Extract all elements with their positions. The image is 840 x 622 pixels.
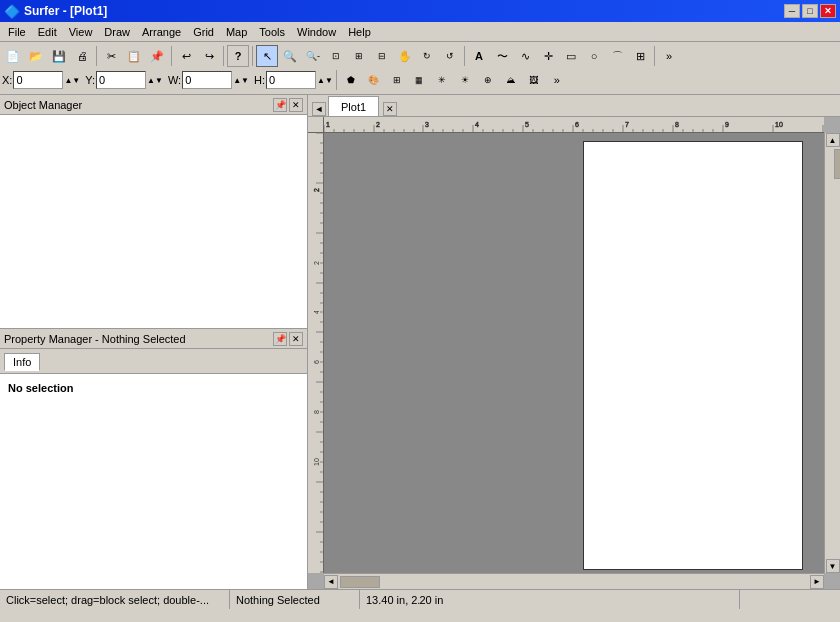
polyline-tool[interactable]: 〜: [491, 45, 513, 67]
crosshair-tool[interactable]: ✛: [537, 45, 559, 67]
property-manager-close[interactable]: ✕: [289, 332, 303, 346]
curve-tool[interactable]: ⌒: [606, 45, 628, 67]
object-manager-pin[interactable]: 📌: [273, 98, 287, 112]
svg-text:6: 6: [575, 121, 579, 128]
cross-icon[interactable]: ⊕: [477, 69, 499, 91]
property-manager-title-area: Property Manager - Nothing Selected: [4, 333, 186, 345]
h-spinner[interactable]: ▲▼: [317, 76, 333, 85]
h-label: H:: [254, 74, 265, 86]
menu-grid[interactable]: Grid: [187, 24, 220, 40]
object-manager-close[interactable]: ✕: [289, 98, 303, 112]
y-input[interactable]: [96, 71, 146, 89]
menu-view[interactable]: View: [63, 24, 99, 40]
svg-text:8: 8: [313, 410, 320, 414]
property-manager-header: Property Manager - Nothing Selected 📌 ✕: [0, 329, 307, 349]
zoom-in-button[interactable]: 🔍: [279, 45, 301, 67]
tab-close[interactable]: ✕: [383, 102, 397, 116]
zoom-rect-button[interactable]: ⊞: [348, 45, 370, 67]
extra-tool[interactable]: ⊞: [629, 45, 651, 67]
w-spinner[interactable]: ▲▼: [233, 76, 249, 85]
scrollbar-bottom: ◄ ►: [324, 573, 824, 589]
sep4: [252, 46, 253, 66]
print-button[interactable]: 🖨: [71, 45, 93, 67]
copy-button[interactable]: 📋: [123, 45, 145, 67]
status-coordinates-text: 13.40 in, 2.20 in: [366, 594, 443, 606]
maximize-button[interactable]: □: [802, 4, 818, 18]
property-manager-title: Property Manager - Nothing Selected: [4, 333, 186, 345]
property-manager-pin[interactable]: 📌: [273, 332, 287, 346]
text-tool[interactable]: A: [468, 45, 490, 67]
menu-map[interactable]: Map: [220, 24, 253, 40]
canvas-background: [324, 133, 824, 573]
toolbar-expand[interactable]: »: [658, 45, 680, 67]
sep7: [336, 70, 337, 90]
ruler-top-svg: 1 2 3 4: [324, 117, 824, 133]
info-tab[interactable]: Info: [4, 353, 40, 371]
status-hint-text: Click=select; drag=block select; double-…: [6, 594, 209, 606]
close-button[interactable]: ✕: [820, 4, 836, 18]
scroll-down-button[interactable]: ▼: [826, 559, 840, 573]
new-button[interactable]: 📄: [2, 45, 24, 67]
pan-button[interactable]: ✋: [394, 45, 416, 67]
svg-text:1: 1: [326, 121, 330, 128]
select-shape[interactable]: ⬟: [340, 69, 362, 91]
scroll-track-bottom[interactable]: [338, 575, 810, 589]
zoom-fit-button[interactable]: ⊡: [325, 45, 347, 67]
plot-area[interactable]: 1 2 3 4: [308, 117, 840, 589]
plot-tab[interactable]: Plot1: [328, 96, 379, 116]
save-button[interactable]: 💾: [48, 45, 70, 67]
menu-arrange[interactable]: Arrange: [136, 24, 187, 40]
svg-text:8: 8: [675, 121, 679, 128]
zoom-out-button[interactable]: 🔍-: [302, 45, 324, 67]
mountain-icon[interactable]: ⛰: [500, 69, 522, 91]
scroll-up-button[interactable]: ▲: [826, 133, 840, 147]
grid-snap[interactable]: ⊞: [386, 69, 408, 91]
open-button[interactable]: 📂: [25, 45, 47, 67]
menu-draw[interactable]: Draw: [98, 24, 136, 40]
menu-file[interactable]: File: [2, 24, 32, 40]
paste-button[interactable]: 📌: [146, 45, 168, 67]
svg-text:5: 5: [525, 121, 529, 128]
scroll-thumb-right[interactable]: [834, 149, 841, 179]
toolbar2-expand[interactable]: »: [546, 69, 568, 91]
h-input[interactable]: [266, 71, 316, 89]
x-spinner[interactable]: ▲▼: [64, 76, 80, 85]
ellipse-tool[interactable]: ○: [583, 45, 605, 67]
minimize-button[interactable]: ─: [784, 4, 800, 18]
redo-button[interactable]: ↪: [198, 45, 220, 67]
title-bar-controls: ─ □ ✕: [784, 4, 836, 18]
scroll-right-button[interactable]: ►: [810, 575, 824, 589]
x-input[interactable]: [13, 71, 63, 89]
select-tool[interactable]: ↖: [256, 45, 278, 67]
cut-button[interactable]: ✂: [100, 45, 122, 67]
undo-button[interactable]: ↩: [175, 45, 197, 67]
scroll-left-button[interactable]: ◄: [324, 575, 338, 589]
menu-bar: File Edit View Draw Arrange Grid Map Too…: [0, 22, 840, 42]
sep2: [171, 46, 172, 66]
help-button[interactable]: ?: [227, 45, 249, 67]
table-icon[interactable]: ▦: [409, 69, 430, 91]
menu-edit[interactable]: Edit: [32, 24, 63, 40]
rotate-ccw[interactable]: ↺: [439, 45, 461, 67]
svg-text:2: 2: [313, 261, 320, 265]
rotate-cw[interactable]: ↻: [417, 45, 438, 67]
menu-window[interactable]: Window: [291, 24, 342, 40]
ruler-left-svg: 2: [308, 133, 324, 573]
scroll-thumb-bottom[interactable]: [340, 576, 380, 588]
sun-icon[interactable]: ☀: [454, 69, 476, 91]
menu-help[interactable]: Help: [342, 24, 377, 40]
tab-nav-left[interactable]: ◄: [312, 102, 326, 116]
w-input[interactable]: [182, 71, 232, 89]
y-spinner[interactable]: ▲▼: [147, 76, 163, 85]
image-icon[interactable]: 🖼: [523, 69, 545, 91]
svg-text:4: 4: [475, 121, 479, 128]
color-icon[interactable]: 🎨: [363, 69, 385, 91]
right-panel: ◄ Plot1 ✕ 1: [308, 95, 840, 589]
zoom-prev-button[interactable]: ⊟: [371, 45, 393, 67]
rect-tool[interactable]: ▭: [560, 45, 582, 67]
title-bar-left: 🔷 Surfer - [Plot1]: [4, 4, 107, 19]
title-bar-title: Surfer - [Plot1]: [24, 4, 107, 18]
wave-tool[interactable]: ∿: [514, 45, 536, 67]
menu-tools[interactable]: Tools: [253, 24, 291, 40]
stats-icon[interactable]: ✳: [431, 69, 453, 91]
